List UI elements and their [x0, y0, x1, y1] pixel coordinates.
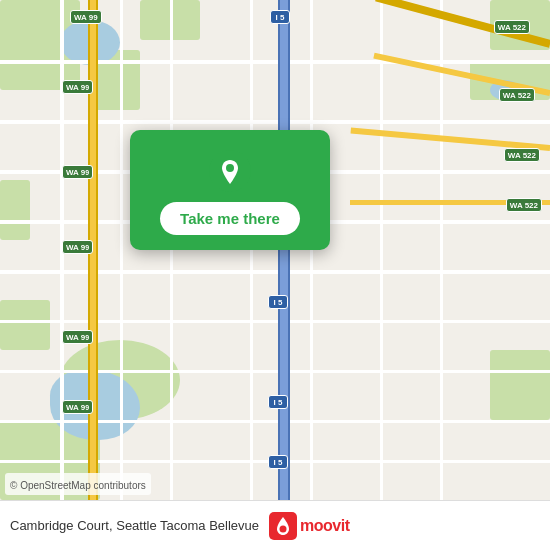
wa99-badge-1: WA 99 — [70, 10, 102, 24]
wa522-badge-4: WA 522 — [506, 198, 542, 212]
wa99-badge-6: WA 99 — [62, 400, 93, 414]
park-area-10 — [490, 350, 550, 420]
park-area-9 — [0, 300, 50, 350]
road-v-3 — [170, 0, 173, 500]
location-name: Cambridge Court, Seattle Tacoma Bellevue — [10, 518, 259, 533]
road-h-7 — [0, 370, 550, 373]
take-me-there-button[interactable]: Take me there — [160, 202, 300, 235]
moovit-icon — [269, 512, 297, 540]
road-v-4 — [250, 0, 253, 500]
location-pin-icon — [209, 150, 251, 192]
wa522-badge-1: WA 522 — [494, 20, 530, 34]
wa99-badge-3: WA 99 — [62, 165, 93, 179]
wa522-badge-3: WA 522 — [504, 148, 540, 162]
road-h-6 — [0, 320, 550, 323]
road-h-5 — [0, 270, 550, 274]
moovit-logo: moovit — [269, 512, 349, 540]
svg-point-3 — [280, 525, 287, 532]
wa522-badge-2: WA 522 — [499, 88, 535, 102]
road-h-2 — [0, 120, 550, 124]
road-v-6 — [380, 0, 383, 500]
road-v-2 — [120, 0, 123, 500]
moovit-text: moovit — [300, 517, 349, 535]
i5-badge-1: I 5 — [270, 10, 290, 24]
road-v-5 — [310, 0, 313, 500]
i5-badge-2: I 5 — [268, 295, 288, 309]
i5-badge-4: I 5 — [268, 455, 288, 469]
park-area-8 — [0, 180, 30, 240]
wa99-badge-2: WA 99 — [62, 80, 93, 94]
map-view: WA 99 WA 99 WA 99 WA 99 WA 99 WA 99 WA 5… — [0, 0, 550, 500]
destination-popup: Take me there — [130, 130, 330, 250]
road-h-8 — [0, 420, 550, 423]
wa99-badge-4: WA 99 — [62, 240, 93, 254]
wa99-badge-5: WA 99 — [62, 330, 93, 344]
osm-attribution: © OpenStreetMap contributors — [5, 473, 151, 495]
i5-badge-3: I 5 — [268, 395, 288, 409]
road-v-7 — [440, 0, 443, 500]
road-h-1 — [0, 60, 550, 64]
svg-point-1 — [226, 164, 234, 172]
bottom-bar: Cambridge Court, Seattle Tacoma Bellevue… — [0, 500, 550, 550]
i5-road — [280, 0, 288, 500]
